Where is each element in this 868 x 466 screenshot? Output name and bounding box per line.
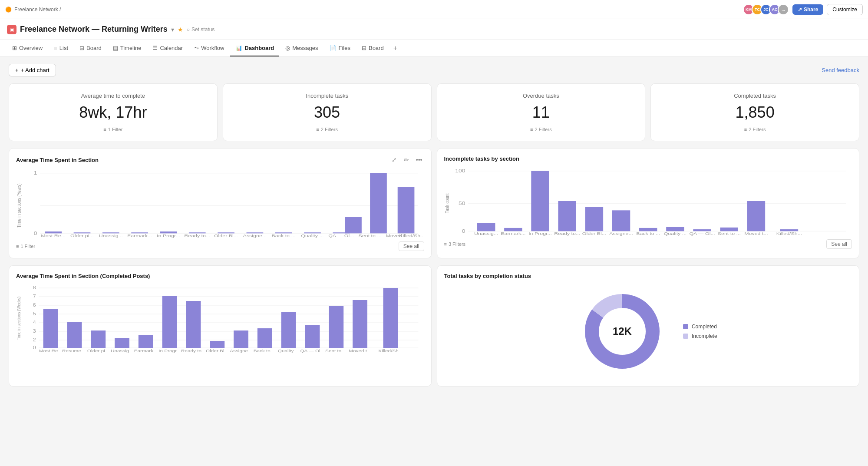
filter-icon: ≡	[103, 127, 106, 132]
chart-footer-incomplete: ≡ 3 Filters See all	[444, 239, 852, 249]
filter-icon: ≡	[744, 127, 747, 132]
stat-label-avg-time: Average time to complete	[20, 93, 207, 99]
share-icon: ↗	[798, 7, 802, 13]
svg-text:Time in sections (Weeks): Time in sections (Weeks)	[16, 297, 21, 340]
svg-text:Sent to ...: Sent to ...	[359, 233, 382, 238]
tab-add-button[interactable]: +	[390, 40, 401, 56]
top-bar: 🟠 Freelance Network / KM TC JC AC ... ↗ …	[0, 0, 868, 19]
svg-text:Earmark...: Earmark...	[134, 349, 158, 353]
legend-dot-completed	[683, 324, 688, 329]
expand-icon[interactable]: ⤢	[390, 155, 399, 164]
svg-text:Sent to ...: Sent to ...	[325, 349, 347, 353]
stat-value-avg-time: 8wk, 17hr	[20, 103, 207, 122]
project-chevron-icon[interactable]: ▾	[171, 26, 174, 33]
timeline-icon: ▤	[113, 45, 118, 51]
chart-filter-label-incomplete[interactable]: ≡ 3 Filters	[444, 241, 466, 247]
tab-timeline[interactable]: ▤ Timeline	[108, 40, 147, 56]
donut-chart: 12K	[579, 288, 666, 375]
nav-tabs: ⊞ Overview ≡ List ⊟ Board ▤ Timeline ☰ C…	[0, 40, 868, 57]
svg-text:Back to ...: Back to ...	[272, 233, 296, 238]
tab-board[interactable]: ⊟ Board	[74, 40, 107, 56]
tab-messages[interactable]: ◎ Messages	[280, 40, 323, 56]
donut-center-label: 12K	[613, 325, 632, 337]
legend-item-incomplete: Incomplete	[683, 333, 717, 339]
tab-workflow[interactable]: ⤳ Workflow	[189, 40, 229, 56]
donut-legend: Completed Incomplete	[683, 324, 717, 339]
project-title: Freelance Network — Returning Writers	[20, 25, 168, 34]
svg-text:Older Bl...: Older Bl...	[214, 233, 238, 238]
svg-rect-95	[353, 300, 367, 348]
stat-filter-avg-time[interactable]: ≡ 1 Filter	[20, 127, 207, 132]
svg-text:Quality ...: Quality ...	[278, 349, 300, 353]
toolbar-row: + + Add chart Send feedback	[9, 64, 859, 76]
calendar-icon: ☰	[152, 45, 158, 51]
add-chart-button[interactable]: + + Add chart	[9, 64, 56, 76]
legend-label-incomplete: Incomplete	[692, 333, 717, 339]
svg-text:Older pi...: Older pi...	[87, 349, 109, 353]
chart-title-incomplete: Incomplete tasks by section	[444, 155, 519, 162]
tab-board-2[interactable]: ⊟ Board	[356, 40, 389, 56]
stat-filter-completed[interactable]: ≡ 2 Filters	[661, 127, 848, 132]
svg-text:Ready to...: Ready to...	[181, 349, 206, 353]
svg-text:Unassig...: Unassig...	[474, 231, 498, 235]
chart-title-completion: Total tasks by completion status	[444, 273, 531, 279]
svg-rect-44	[558, 201, 576, 231]
chart-title-completed-posts: Average Time Spent in Section (Completed…	[16, 273, 150, 279]
svg-rect-82	[43, 309, 58, 348]
dashboard-icon: 📊	[235, 45, 242, 51]
svg-text:QA — Ol...: QA — Ol...	[689, 231, 715, 235]
stat-filter-overdue[interactable]: ≡ 2 Filters	[448, 127, 635, 132]
stat-filter-incomplete[interactable]: ≡ 2 Filters	[234, 127, 421, 132]
tab-list[interactable]: ≡ List	[49, 40, 73, 56]
svg-text:5: 5	[33, 311, 36, 316]
svg-rect-47	[639, 228, 657, 231]
filter-icon: ≡	[316, 127, 319, 132]
customize-button[interactable]: Customize	[827, 4, 863, 15]
stat-value-overdue: 11	[448, 103, 635, 122]
circle-icon: ○	[187, 26, 190, 33]
svg-text:Task count: Task count	[444, 193, 450, 213]
send-feedback-link[interactable]: Send feedback	[822, 67, 859, 73]
svg-text:0: 0	[33, 345, 36, 350]
svg-rect-94	[329, 306, 343, 348]
svg-rect-89	[210, 341, 224, 348]
donut-area: 12K Completed Incomplete	[444, 284, 852, 379]
svg-text:Older pi...: Older pi...	[70, 233, 94, 238]
stat-card-incomplete: Incomplete tasks 305 ≡ 2 Filters	[223, 83, 432, 141]
top-bar-actions: KM TC JC AC ... ↗ Share Customize	[743, 4, 863, 15]
project-icon: ▣	[7, 25, 17, 34]
stats-row: Average time to complete 8wk, 17hr ≡ 1 F…	[9, 83, 859, 141]
main-content: + + Add chart Send feedback Average time…	[0, 57, 868, 462]
legend-item-completed: Completed	[683, 324, 717, 330]
svg-text:0: 0	[34, 231, 37, 236]
more-icon[interactable]: •••	[414, 155, 424, 164]
svg-text:50: 50	[458, 201, 465, 206]
svg-rect-18	[370, 173, 387, 234]
edit-icon[interactable]: ✏	[402, 155, 411, 164]
svg-text:Back to ...: Back to ...	[254, 349, 276, 353]
svg-rect-51	[747, 201, 765, 231]
breadcrumb: 🟠 Freelance Network /	[5, 7, 61, 13]
svg-rect-84	[91, 330, 106, 348]
svg-text:Ready to...: Ready to...	[184, 233, 210, 238]
messages-icon: ◎	[285, 45, 290, 51]
tab-calendar[interactable]: ☰ Calendar	[147, 40, 188, 56]
svg-text:Unassig...: Unassig...	[99, 233, 123, 238]
svg-text:In Progr...: In Progr...	[158, 349, 181, 353]
svg-text:Killed/Sh...: Killed/Sh...	[399, 233, 424, 238]
svg-text:Assigne...: Assigne...	[230, 349, 252, 353]
board-icon: ⊟	[79, 45, 84, 51]
see-all-incomplete-button[interactable]: See all	[826, 239, 852, 249]
tab-overview[interactable]: ⊞ Overview	[7, 40, 48, 56]
chart-filter-label-avg-time[interactable]: ≡ 1 Filter	[16, 244, 35, 249]
share-button[interactable]: ↗ Share	[792, 4, 823, 15]
stat-card-completed: Completed tasks 1,850 ≡ 2 Filters	[650, 83, 859, 141]
star-icon[interactable]: ★	[178, 26, 183, 33]
tab-files[interactable]: 📄 Files	[324, 40, 356, 56]
svg-text:In Progr...: In Progr...	[157, 233, 180, 238]
svg-text:Quality ...: Quality ...	[663, 231, 686, 235]
svg-text:Killed/Sh...: Killed/Sh...	[776, 231, 802, 235]
status-button[interactable]: ○ Set status	[187, 26, 215, 33]
tab-dashboard[interactable]: 📊 Dashboard	[230, 40, 279, 56]
see-all-avg-time-button[interactable]: See all	[399, 241, 424, 251]
